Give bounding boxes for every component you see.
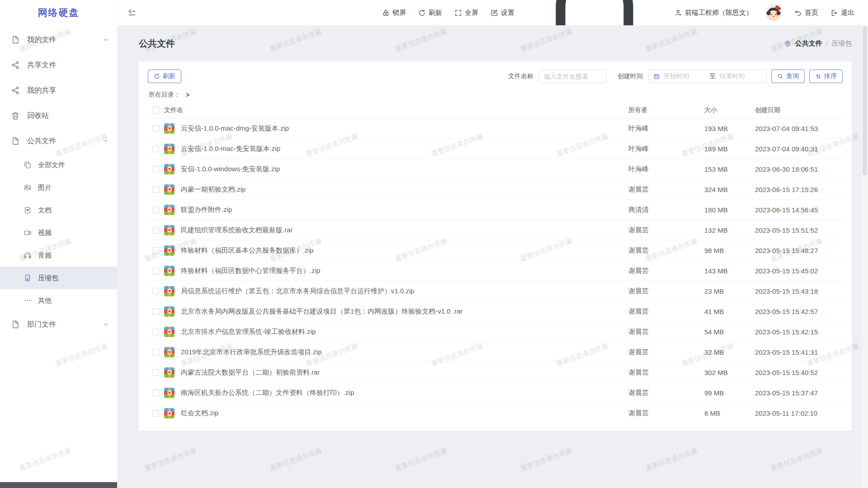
sidebar-item-recycle-bin[interactable]: 回收站 <box>0 103 117 128</box>
sidebar-subitem-videos[interactable]: 视频 <box>0 221 117 244</box>
filename-search-input[interactable] <box>539 70 607 83</box>
file-name[interactable]: 红会文档.zip <box>181 409 628 418</box>
sidebar-subitem-other[interactable]: 其他 <box>0 289 117 312</box>
table-row[interactable]: 内蒙古法院大数据平台（二期）初验前资料.rar 谢晨芸 302 MB 2023-… <box>148 362 843 383</box>
zip-file-icon <box>164 123 175 134</box>
table-row[interactable]: 红会文档.zip 谢晨芸 8 MB 2023-05-11 17:02:10 <box>148 403 843 423</box>
table-row[interactable]: 南海区机关新办公系统（二期）文件资料（终验打印）.zip 谢晨芸 99 MB 2… <box>148 383 843 403</box>
file-name[interactable]: 终验材料（福田区数据中心管理服务平台）.zip <box>181 267 628 275</box>
row-checkbox[interactable] <box>152 186 159 193</box>
sidebar-subitem-archives[interactable]: 压缩包 <box>0 267 117 289</box>
file-name[interactable]: 北京市排水户信息管理系统-竣工验收材料.zip <box>181 328 628 336</box>
row-checkbox[interactable] <box>152 308 159 315</box>
file-size: 98 MB <box>704 247 755 254</box>
sidebar-item-shared-files[interactable]: 共享文件 <box>0 52 117 78</box>
fullscreen-button[interactable]: 全屏 <box>454 9 478 17</box>
table-row[interactable]: 北京市水务局内网改版及公共服务基础平台建设项目（第1包：内网改版）终验验文档-v… <box>148 301 843 322</box>
zip-file-icon <box>164 408 175 418</box>
app-logo: 网络硬盘 <box>0 0 117 25</box>
sidebar-subitem-label: 图片 <box>38 183 52 192</box>
table-row[interactable]: 终验材料（福田区数据中心管理服务平台）.zip 谢晨芸 143 MB 2023-… <box>148 261 843 281</box>
file-owner: 叶海峰 <box>628 145 704 153</box>
sidebar-subitem-documents[interactable]: 文档 <box>0 199 117 221</box>
file-date: 2023-06-15 14:56:45 <box>755 206 839 214</box>
avatar[interactable] <box>765 4 782 21</box>
list-refresh-button[interactable]: 刷新 <box>148 70 181 83</box>
select-all-checkbox[interactable] <box>152 107 159 113</box>
row-checkbox[interactable] <box>152 247 159 254</box>
file-name[interactable]: 民建组织管理系统验收文档最新版.rar <box>181 226 628 235</box>
sidebar-subitem-audio[interactable]: 音频 <box>0 244 117 267</box>
table-row[interactable]: 内蒙一期初验文档.zip 谢晨芸 324 MB 2023-06-15 17:15… <box>148 179 843 200</box>
top-bar: 锁屏 刷新 全屏 <box>118 0 868 25</box>
user-menu[interactable]: 前端工程师（陈思文） <box>675 9 753 17</box>
row-checkbox[interactable] <box>152 389 159 396</box>
directory-root-link[interactable]: > <box>186 91 189 99</box>
row-checkbox[interactable] <box>152 206 159 213</box>
table-row[interactable]: 局信息系统运行维护（第五包：北京市水务局综合信息平台运行维护）v1.0.zip … <box>148 281 843 301</box>
row-checkbox[interactable] <box>152 125 159 132</box>
sidebar-subitem-images[interactable]: 图片 <box>0 176 117 199</box>
table-row[interactable]: 安信-1.0.0-windows-免安装版.zip 叶海峰 153 MB 202… <box>148 159 843 179</box>
table-row[interactable]: 云安信-1.0.0-mac-dmg-安装版本.zip 叶海峰 193 MB 20… <box>148 118 843 139</box>
file-date: 2023-05-15 15:43:18 <box>755 287 839 295</box>
table-row[interactable]: 云安信-1.0.0-mac-免安装版本.zip 叶海峰 189 MB 2023-… <box>148 139 843 159</box>
table-row[interactable]: 2019年北京市水行政审批系统升级改造项目.zip 谢晨芸 32 MB 2023… <box>148 342 843 362</box>
query-button[interactable]: 查询 <box>771 70 805 83</box>
table-row[interactable]: 联盟办件附件.zip 商清清 180 MB 2023-06-15 14:56:4… <box>148 200 843 220</box>
sidebar-collapse-bar[interactable] <box>0 482 117 488</box>
sort-button[interactable]: 排序 <box>809 70 843 83</box>
user-icon <box>675 9 682 17</box>
row-checkbox[interactable] <box>152 166 159 173</box>
column-created: 创建日期 <box>755 106 839 114</box>
file-owner: 叶海峰 <box>628 165 704 174</box>
file-owner: 谢晨芸 <box>628 226 704 235</box>
scrollbar-thumb[interactable] <box>863 26 867 175</box>
file-name[interactable]: 联盟办件附件.zip <box>181 206 628 214</box>
sidebar-item-my-files[interactable]: 我的文件 <box>0 27 117 52</box>
file-name[interactable]: 终验材料（福田区基本公共服务数据库）.zip <box>181 246 628 255</box>
file-name[interactable]: 云安信-1.0.0-mac-免安装版本.zip <box>181 145 628 153</box>
table-row[interactable]: 终验材料（福田区基本公共服务数据库）.zip 谢晨芸 98 MB 2023-05… <box>148 240 843 261</box>
start-date-placeholder[interactable]: 开始时间 <box>664 72 706 80</box>
end-date-placeholder[interactable]: 结束时间 <box>720 72 762 80</box>
row-checkbox[interactable] <box>152 410 159 417</box>
sidebar-item-my-shares[interactable]: 我的共享 <box>0 78 117 103</box>
file-name[interactable]: 2019年北京市水行政审批系统升级改造项目.zip <box>181 348 628 357</box>
file-name[interactable]: 北京市水务局内网改版及公共服务基础平台建设项目（第1包：内网改版）终验验文档-v… <box>181 307 628 316</box>
file-name[interactable]: 局信息系统运行维护（第五包：北京市水务局综合信息平台运行维护）v1.0.zip <box>181 287 628 296</box>
table-row[interactable]: 民建组织管理系统验收文档最新版.rar 谢晨芸 132 MB 2023-05-1… <box>148 220 843 240</box>
row-checkbox[interactable] <box>152 328 159 335</box>
breadcrumb-root[interactable]: 公共文件 <box>795 39 822 48</box>
current-directory-row: 所在目录： > <box>149 90 842 99</box>
row-checkbox[interactable] <box>152 349 159 356</box>
collapse-sidebar-icon[interactable] <box>127 8 137 17</box>
file-name[interactable]: 南海区机关新办公系统（二期）文件资料（终验打印）.zip <box>181 389 628 397</box>
file-name[interactable]: 云安信-1.0.0-mac-dmg-安装版本.zip <box>181 124 628 133</box>
row-checkbox[interactable] <box>152 227 159 234</box>
row-checkbox[interactable] <box>152 369 159 376</box>
file-owner: 谢晨芸 <box>628 307 704 316</box>
refresh-button[interactable]: 刷新 <box>418 9 442 17</box>
file-name[interactable]: 安信-1.0.0-windows-免安装版.zip <box>181 165 628 174</box>
file-date: 2023-05-11 17:02:10 <box>755 409 839 417</box>
settings-button[interactable]: 设置 <box>491 9 514 17</box>
vertical-scrollbar[interactable] <box>862 25 868 488</box>
row-checkbox[interactable] <box>152 145 159 152</box>
file-size: 302 MB <box>704 369 755 376</box>
row-checkbox[interactable] <box>152 288 159 295</box>
sidebar-item-public-files[interactable]: 公共文件 <box>0 128 117 154</box>
file-name[interactable]: 内蒙古法院大数据平台（二期）初验前资料.rar <box>181 368 628 377</box>
column-size: 大小 <box>704 106 755 114</box>
home-button[interactable]: 首页 <box>794 9 818 17</box>
file-name[interactable]: 内蒙一期初验文档.zip <box>181 185 628 194</box>
date-range-picker[interactable]: 开始时间 至 结束时间 <box>648 70 767 83</box>
sidebar-subitem-all-files[interactable]: 全部文件 <box>0 154 117 176</box>
document-icon <box>11 35 20 44</box>
table-row[interactable]: 北京市排水户信息管理系统-竣工验收材料.zip 谢晨芸 54 MB 2023-0… <box>148 322 843 342</box>
lock-screen-button[interactable]: 锁屏 <box>382 9 406 17</box>
row-checkbox[interactable] <box>152 267 159 274</box>
sidebar-item-department-files[interactable]: 部门文件 <box>0 312 117 337</box>
logout-button[interactable]: 退出 <box>830 9 854 17</box>
ellipsis-icon <box>24 296 32 305</box>
